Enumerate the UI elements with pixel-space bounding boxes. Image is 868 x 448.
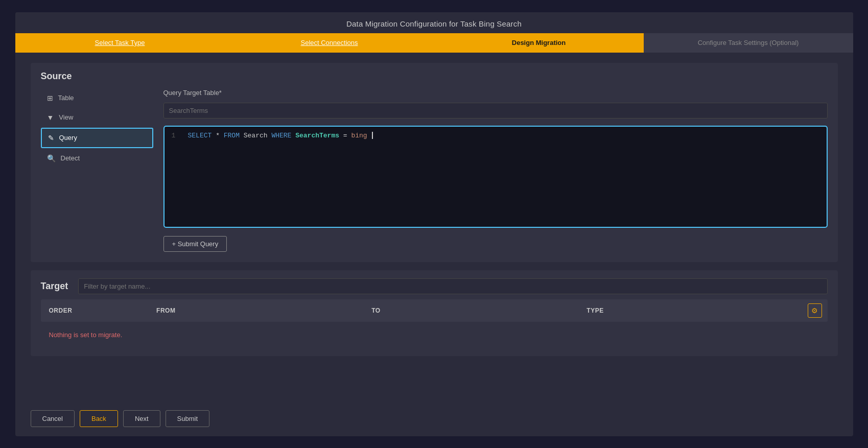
- target-filter-input[interactable]: [78, 278, 827, 294]
- source-nav-query[interactable]: ✎ Query: [41, 128, 153, 148]
- line-number: 1: [172, 132, 181, 139]
- wizard-step-configure-task-settings[interactable]: Configure Task Settings (Optional): [644, 33, 853, 53]
- wizard-step-select-connections[interactable]: Select Connections: [225, 33, 434, 53]
- target-title: Target: [41, 281, 68, 292]
- settings-icon: ⚙: [811, 306, 818, 315]
- source-nav: ⊞ Table ▼ View ✎ Query 🔍 Detect: [41, 89, 153, 252]
- query-panel: Query Target Table* 1 SELECT * FROM Sear…: [153, 89, 828, 252]
- settings-button[interactable]: ⚙: [808, 303, 822, 318]
- source-nav-table[interactable]: ⊞ Table: [41, 89, 153, 107]
- footer: Cancel Back Next Submit: [15, 403, 853, 436]
- code-content: SELECT * FROM Search WHERE SearchTerms =…: [188, 132, 373, 139]
- target-section: Target ORDER FROM TO TYPE ⚙ Nothing is s…: [31, 270, 838, 356]
- cancel-button[interactable]: Cancel: [31, 410, 75, 427]
- query-label: Query Target Table*: [163, 89, 828, 97]
- col-order: ORDER: [41, 307, 157, 314]
- source-section: Source ⊞ Table ▼ View ✎ Query: [31, 63, 838, 262]
- next-button[interactable]: Next: [123, 410, 160, 427]
- page-title: Data Migration Configuration for Task Bi…: [15, 12, 853, 33]
- view-icon: ▼: [47, 113, 54, 122]
- main-content: Source ⊞ Table ▼ View ✎ Query: [15, 53, 853, 403]
- target-table-header: ORDER FROM TO TYPE ⚙: [41, 299, 828, 322]
- source-body: ⊞ Table ▼ View ✎ Query 🔍 Detect: [41, 89, 828, 252]
- submit-query-button[interactable]: + Submit Query: [163, 236, 227, 252]
- col-to: TO: [371, 307, 587, 314]
- back-button[interactable]: Back: [80, 410, 118, 427]
- col-type: TYPE: [587, 307, 802, 314]
- source-title: Source: [41, 71, 828, 82]
- wizard-step-select-task-type[interactable]: Select Task Type: [15, 33, 225, 53]
- empty-state-message: Nothing is set to migrate.: [41, 322, 828, 348]
- query-editor[interactable]: 1 SELECT * FROM Search WHERE SearchTerms…: [163, 126, 828, 228]
- code-line-1: 1 SELECT * FROM Search WHERE SearchTerms…: [172, 132, 819, 139]
- submit-button[interactable]: Submit: [166, 410, 209, 427]
- detect-icon: 🔍: [47, 154, 56, 162]
- query-icon: ✎: [48, 134, 54, 142]
- wizard-steps: Select Task Type Select Connections Desi…: [15, 33, 853, 53]
- source-nav-detect[interactable]: 🔍 Detect: [41, 149, 153, 168]
- target-header: Target: [41, 278, 828, 294]
- col-action: ⚙: [802, 303, 828, 318]
- wizard-step-design-migration[interactable]: Design Migration: [434, 33, 644, 53]
- source-nav-view[interactable]: ▼ View: [41, 108, 153, 127]
- table-icon: ⊞: [47, 94, 53, 102]
- query-target-input[interactable]: [163, 103, 828, 119]
- col-from: FROM: [156, 307, 371, 314]
